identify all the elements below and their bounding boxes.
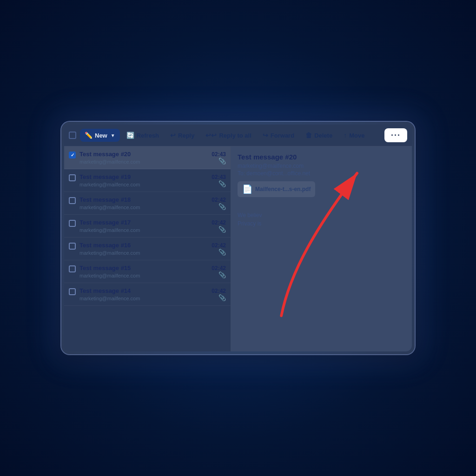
email-from: marketing@mailfence.com xyxy=(79,296,140,301)
reply-all-button-label: Reply to all xyxy=(219,132,251,139)
refresh-button[interactable]: 🔄 Refresh xyxy=(122,129,164,142)
select-all-checkbox[interactable] xyxy=(69,132,76,139)
email-checkbox[interactable] xyxy=(69,243,76,250)
delete-icon: 🗑 xyxy=(305,132,312,139)
reply-button-label: Reply xyxy=(178,132,194,139)
refresh-button-label: Refresh xyxy=(137,132,159,139)
attachment-icon: 📎 xyxy=(218,271,226,278)
email-subject: Test message #16 xyxy=(79,242,131,249)
new-dropdown-arrow: ▼ xyxy=(111,133,115,138)
table-row[interactable]: Test message #15 02:42 marketing@mailfen… xyxy=(64,260,231,283)
email-from: marketing@mailfence.com xyxy=(79,182,140,187)
annotation-arrow xyxy=(231,146,412,351)
edit-icon: ✏️ xyxy=(85,132,93,139)
email-time: 02:42 xyxy=(212,197,226,203)
forward-icon: ↪ xyxy=(263,132,268,139)
email-subject: Test message #14 xyxy=(79,287,131,294)
email-item-body: Test message #16 02:42 marketing@mailfen… xyxy=(79,242,226,256)
email-checkbox[interactable] xyxy=(69,220,76,227)
email-subject: Test message #17 xyxy=(79,219,131,226)
app-window: ✏️ New ▼ 🔄 Refresh ↩ Reply ↩↩ Reply to a… xyxy=(61,122,415,354)
forward-button-label: Forward xyxy=(271,132,294,139)
email-subject: Test message #15 xyxy=(79,264,131,271)
mail-client: ✏️ New ▼ 🔄 Refresh ↩ Reply ↩↩ Reply to a… xyxy=(64,125,412,351)
email-time: 02:42 xyxy=(212,219,226,226)
refresh-icon: 🔄 xyxy=(126,132,134,139)
attachment-icon: 📎 xyxy=(218,203,226,210)
email-checkbox[interactable] xyxy=(69,197,76,204)
email-from: marketing@mailfence.com xyxy=(79,205,140,210)
email-from: marketing@mailfence.com xyxy=(79,250,140,256)
preview-body: We believ Privacy is xyxy=(238,211,405,228)
more-dots-label: ··· xyxy=(391,131,401,139)
email-time: 02:43 xyxy=(212,174,226,180)
email-time: 02:42 xyxy=(212,288,226,294)
more-options-button[interactable]: ··· xyxy=(384,128,407,142)
attachment-icon: 📎 xyxy=(218,158,226,165)
preview-body-line2: Privacy is xyxy=(238,219,405,228)
delete-button-label: Delete xyxy=(314,132,332,139)
move-button[interactable]: ↑ Move xyxy=(339,129,369,142)
email-checkbox[interactable] xyxy=(69,288,76,295)
email-from: marketing@mailfence.com xyxy=(79,159,140,165)
email-subject: Test message #19 xyxy=(79,173,131,180)
attachment-name: Mailfence-t...s-en.pdf xyxy=(255,186,311,192)
email-subject: Test message #18 xyxy=(79,196,131,203)
table-row[interactable]: Test message #20 02:43 marketing@mailfen… xyxy=(64,146,231,169)
forward-button[interactable]: ↪ Forward xyxy=(258,129,299,142)
email-list: Test message #20 02:43 marketing@mailfen… xyxy=(64,146,231,351)
email-time: 02:43 xyxy=(212,151,226,158)
attachment-icon: 📎 xyxy=(218,180,226,187)
preview-to: To: demoen@cont...office.net xyxy=(238,170,405,177)
preview-subject: Test message #20 xyxy=(238,153,405,161)
email-checkbox[interactable] xyxy=(69,174,76,181)
email-checkbox[interactable] xyxy=(69,265,76,272)
reply-all-button[interactable]: ↩↩ Reply to all xyxy=(201,129,256,142)
attachment-row[interactable]: 📄 Mailfence-t...s-en.pdf xyxy=(238,181,315,197)
email-time: 02:42 xyxy=(212,265,226,271)
reply-all-icon: ↩↩ xyxy=(205,132,217,139)
attachment-icon: 📎 xyxy=(218,226,226,233)
toolbar: ✏️ New ▼ 🔄 Refresh ↩ Reply ↩↩ Reply to a… xyxy=(64,125,412,146)
table-row[interactable]: Test message #16 02:42 marketing@mailfen… xyxy=(64,238,231,260)
email-item-body: Test message #14 02:42 marketing@mailfen… xyxy=(79,287,226,301)
new-button-label: New xyxy=(95,132,107,139)
delete-button[interactable]: 🗑 Delete xyxy=(301,129,337,142)
email-from: marketing@mailfence.com xyxy=(79,227,140,233)
email-item-body: Test message #17 02:42 marketing@mailfen… xyxy=(79,219,226,233)
email-preview-pane: Test message #20 marketing@mailfence.com… xyxy=(231,146,412,351)
attachment-icon: 📎 xyxy=(218,249,226,256)
move-button-label: Move xyxy=(349,132,364,139)
attachment-icon: 📎 xyxy=(218,294,226,301)
email-from: marketing@mailfence.com xyxy=(79,273,140,278)
move-icon: ↑ xyxy=(344,132,347,139)
reply-icon: ↩ xyxy=(170,132,176,139)
table-row[interactable]: Test message #17 02:42 marketing@mailfen… xyxy=(64,215,231,238)
email-item-body: Test message #15 02:42 marketing@mailfen… xyxy=(79,264,226,278)
email-subject: Test message #20 xyxy=(79,151,131,158)
file-icon: 📄 xyxy=(242,184,252,194)
table-row[interactable]: Test message #19 02:43 marketing@mailfen… xyxy=(64,169,231,192)
email-checkbox[interactable] xyxy=(69,152,76,159)
reply-button[interactable]: ↩ Reply xyxy=(165,129,199,142)
main-content: Test message #20 02:43 marketing@mailfen… xyxy=(64,146,412,351)
email-item-body: Test message #19 02:43 marketing@mailfen… xyxy=(79,173,226,187)
preview-from: marketing@mailfence.com xyxy=(238,163,405,169)
table-row[interactable]: Test message #14 02:42 marketing@mailfen… xyxy=(64,283,231,306)
email-item-body: Test message #18 02:42 marketing@mailfen… xyxy=(79,196,226,210)
new-button[interactable]: ✏️ New ▼ xyxy=(80,129,120,142)
table-row[interactable]: Test message #18 02:42 marketing@mailfen… xyxy=(64,192,231,215)
preview-body-line1: We believ xyxy=(238,211,405,219)
email-time: 02:42 xyxy=(212,242,226,249)
email-item-body: Test message #20 02:43 marketing@mailfen… xyxy=(79,151,226,165)
